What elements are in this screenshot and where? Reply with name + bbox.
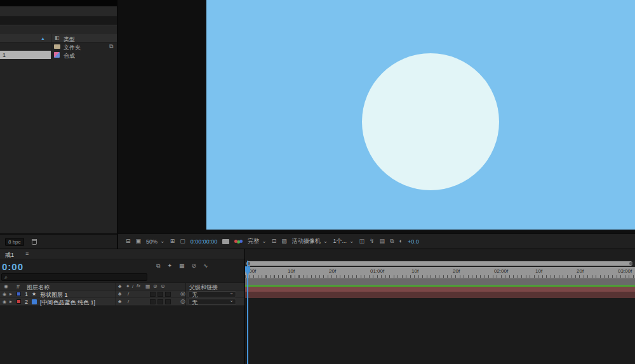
mini-flowchart-icon[interactable]: ⧉ <box>156 263 160 269</box>
preview-time-display[interactable]: 0:00:00:00 <box>190 238 218 245</box>
channels-icon[interactable] <box>234 240 237 243</box>
chevron-down-icon: ⌄ <box>229 298 234 303</box>
expand-arrow-icon[interactable]: ▸ <box>10 292 12 297</box>
eye-icon[interactable]: ◉ <box>3 299 6 304</box>
item-name-label[interactable]: 1 <box>3 52 6 58</box>
switch-box[interactable] <box>150 292 156 297</box>
label-color-swatch[interactable] <box>17 299 21 304</box>
switch-box[interactable] <box>157 292 163 297</box>
time-navigator[interactable] <box>245 261 635 267</box>
parent-pickwhip-icon[interactable]: ◎ <box>180 299 185 304</box>
timeline-button-icon[interactable]: ▤ <box>380 238 385 244</box>
flowchart-icon[interactable]: ⧉ <box>109 44 113 49</box>
reset-exposure-icon[interactable]: ◐ <box>399 238 402 244</box>
chevron-down-icon: ⌄ <box>160 238 165 244</box>
camera-view-value: 活动摄像机 <box>292 237 321 245</box>
tab-composition[interactable]: 戒1 <box>5 251 14 259</box>
quality-slash-icon[interactable]: / <box>128 292 129 297</box>
quality-icon[interactable]: ♣ <box>118 292 121 297</box>
quality-icon[interactable]: ♣ <box>118 299 121 304</box>
playhead[interactable] <box>245 261 251 364</box>
layer-bar-maroon[interactable] <box>245 287 635 292</box>
search-input[interactable]: ⌕ <box>1 273 147 281</box>
switch-box[interactable] <box>157 299 163 304</box>
chevron-down-icon: ⌄ <box>229 290 234 296</box>
always-preview-icon[interactable]: ⊟ <box>126 238 131 244</box>
navigator-bar[interactable] <box>246 261 632 266</box>
navigator-end-handle[interactable] <box>629 262 632 265</box>
chevron-down-icon: ⌄ <box>262 238 267 244</box>
time-ruler[interactable]: :00f 10f 20f 01:00f 10f 20f 02:00f 10f 2… <box>245 267 635 278</box>
ruler-label: 10f <box>535 268 542 274</box>
selected-name-cell[interactable] <box>0 51 51 59</box>
timeline-columns-header: ◉ # 图层名称 ♣ ✦ / fx ▦ ⊘ ⊙ 父级和链接 <box>0 282 244 290</box>
main-viewer-icon[interactable]: ▣ <box>136 238 142 244</box>
pixel-aspect-icon[interactable]: ◫ <box>359 238 364 244</box>
name-column-divider[interactable] <box>116 282 116 306</box>
switch-box[interactable] <box>150 299 156 304</box>
frame-blend-icon[interactable]: ▦ <box>179 263 185 269</box>
chevron-down-icon: ⌄ <box>349 238 354 244</box>
folder-icon <box>54 44 60 49</box>
resolution-select[interactable]: 完整 ⌄ <box>248 237 267 245</box>
eye-icon[interactable]: ◉ <box>3 292 6 296</box>
motion-blur-column-icon[interactable]: ⊘ <box>153 284 157 289</box>
fx-column-icon[interactable]: fx <box>137 283 140 289</box>
project-item-composition[interactable]: 1 合成 <box>0 51 117 59</box>
playhead-head[interactable] <box>245 266 250 275</box>
bit-depth-button[interactable]: 8 bpc <box>5 238 24 246</box>
current-time-display[interactable]: 0:00 <box>2 261 23 272</box>
mask-visibility-icon[interactable]: ▢ <box>180 238 185 244</box>
timeline-left: 戒1 ≡ 0:00 ⧉ ✦ ▦ ⊘ ∿ ⌕ ◉ # 图层名称 ♣ ✦ / <box>0 249 244 364</box>
fast-preview-icon[interactable]: ↯ <box>370 238 375 244</box>
trash-icon[interactable] <box>32 239 37 245</box>
timeline-tabbar: 戒1 ≡ <box>0 249 244 259</box>
index-column-header[interactable]: # <box>17 283 20 290</box>
av-features-column-icon: ◉ <box>4 284 8 289</box>
layer-index: 1 <box>25 291 28 297</box>
composition-canvas[interactable] <box>206 0 635 230</box>
panel-menu-icon[interactable]: ≡ <box>25 251 29 257</box>
timeline-panel: 戒1 ≡ 0:00 ⧉ ✦ ▦ ⊘ ∿ ⌕ ◉ # 图层名称 ♣ ✦ / <box>0 249 635 364</box>
comp-flowchart-icon[interactable]: ⧉ <box>390 238 394 244</box>
chevron-down-icon: ⌄ <box>323 238 328 244</box>
switch-box[interactable] <box>165 299 171 304</box>
snapshot-camera-icon[interactable] <box>222 239 229 244</box>
quality-column-icon[interactable]: ♣ <box>118 284 121 289</box>
switch-box[interactable] <box>165 292 171 297</box>
adjustment-column-icon[interactable]: ⊙ <box>161 284 165 289</box>
sort-ascending-icon[interactable]: ▲ <box>41 36 45 41</box>
parent-dropdown[interactable]: 无 ⌄ <box>188 291 236 297</box>
transparency-grid-icon[interactable]: ▨ <box>281 238 287 244</box>
label-color-swatch[interactable] <box>17 292 21 296</box>
timeline-left-empty <box>0 306 244 364</box>
zoom-select[interactable]: 50% ⌄ <box>146 238 165 245</box>
work-area-bar[interactable] <box>245 278 635 285</box>
project-item-folder[interactable]: 文件夹 ⧉ <box>0 42 117 51</box>
label-column-icon[interactable]: ◧ <box>55 36 60 41</box>
layer-bar-maroon-dark[interactable] <box>245 292 635 298</box>
frame-blend-column-icon[interactable]: ▦ <box>145 284 150 289</box>
view-layout-select[interactable]: 1个... ⌄ <box>333 237 354 245</box>
quality-slash-column-icon[interactable]: / <box>132 284 133 289</box>
motion-blur-icon[interactable]: ⊘ <box>192 263 197 269</box>
switches-column-divider[interactable] <box>185 282 186 306</box>
timeline-toggle-buttons: ⧉ ✦ ▦ ⊘ ∿ <box>156 263 208 269</box>
parent-dropdown[interactable]: 无 ⌄ <box>188 299 236 305</box>
playhead-line[interactable] <box>247 261 248 364</box>
panel-top-strip <box>0 0 117 6</box>
shy-column-icon[interactable]: ✦ <box>126 284 130 289</box>
grid-guides-icon[interactable]: ⊞ <box>170 238 175 244</box>
layer-row-1[interactable]: ◉ ▸ 1 ★ 形状图层 1 ♣ / ◎ 无 ⌄ <box>0 290 244 298</box>
shy-layers-icon[interactable]: ✦ <box>167 263 172 269</box>
expand-arrow-icon[interactable]: ▸ <box>10 299 12 304</box>
camera-view-select[interactable]: 活动摄像机 ⌄ <box>292 237 328 245</box>
ruler-label: 20f <box>329 268 336 274</box>
exposure-value[interactable]: +0.0 <box>408 238 419 245</box>
layer-row-2[interactable]: ◉ ▸ 2 [中间色品蓝色 纯色 1] ♣ / ◎ 无 ⌄ <box>0 298 244 306</box>
graph-editor-icon[interactable]: ∿ <box>203 263 208 269</box>
quality-slash-icon[interactable]: / <box>128 299 129 304</box>
parent-pickwhip-icon[interactable]: ◎ <box>180 291 185 297</box>
region-of-interest-icon[interactable]: ⊡ <box>272 238 277 244</box>
ruler-label: 20f <box>453 268 460 274</box>
